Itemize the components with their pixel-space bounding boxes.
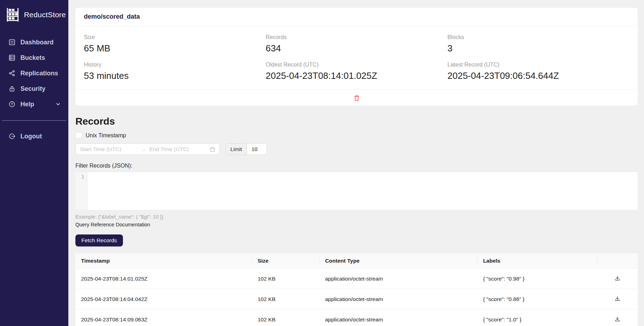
security-icon bbox=[8, 85, 16, 92]
limit-input-group: Limit bbox=[225, 143, 267, 155]
stat-label: History bbox=[84, 61, 266, 68]
sidebar-menu: Dashboard Buckets bbox=[0, 35, 68, 112]
cell-size: 102 KB bbox=[252, 309, 320, 326]
stat-value: 3 bbox=[447, 43, 629, 54]
stat-value: 53 minutes bbox=[84, 70, 266, 82]
filter-example-text: Example: {"&label_name": { "$gt": 10 }} bbox=[75, 214, 638, 220]
query-reference-link[interactable]: Query Reference Documentation bbox=[75, 222, 150, 227]
sidebar-item-label: Help bbox=[20, 101, 34, 108]
end-time-input[interactable] bbox=[149, 146, 210, 152]
cell-content-type: application/octet-stream bbox=[320, 289, 477, 309]
delete-entry-button[interactable] bbox=[354, 95, 360, 101]
col-size: Size bbox=[252, 253, 320, 269]
col-labels: Labels bbox=[477, 253, 597, 269]
stat-latest-record: Latest Record (UTC) 2025-04-23T09:06:54.… bbox=[447, 61, 629, 82]
col-actions bbox=[597, 253, 638, 269]
col-timestamp: Timestamp bbox=[75, 253, 252, 269]
col-content-type: Content Type bbox=[320, 253, 477, 269]
records-heading: Records bbox=[75, 115, 638, 127]
stat-label: Size bbox=[84, 34, 266, 41]
download-icon bbox=[614, 275, 620, 281]
limit-label: Limit bbox=[226, 144, 247, 155]
sidebar-item-logout[interactable]: Logout bbox=[0, 128, 68, 144]
chevron-down-icon bbox=[56, 102, 61, 107]
download-record-button[interactable] bbox=[614, 295, 621, 302]
sidebar-item-help[interactable]: ? Help bbox=[0, 96, 68, 112]
sidebar-item-label: Security bbox=[20, 85, 45, 93]
trash-icon bbox=[354, 95, 360, 101]
sidebar-item-buckets[interactable]: Buckets bbox=[0, 50, 68, 65]
unix-timestamp-option[interactable]: Unix Timestamp bbox=[75, 132, 126, 139]
svg-text:?: ? bbox=[11, 102, 13, 106]
sidebar-item-label: Replications bbox=[20, 70, 58, 77]
cell-content-type: application/octet-stream bbox=[320, 309, 477, 326]
filter-records-label: Filter Records (JSON): bbox=[75, 163, 638, 169]
editor-content[interactable] bbox=[87, 172, 638, 210]
logo: ReductStore bbox=[0, 0, 68, 29]
cell-size: 102 KB bbox=[252, 289, 320, 309]
limit-input[interactable] bbox=[247, 144, 267, 155]
bucket-info-card: demo/scored_data Size 65 MB Records 634 … bbox=[75, 8, 638, 106]
download-icon bbox=[614, 316, 620, 322]
cell-timestamp: 2025-04-23T08:14:04.042Z bbox=[75, 289, 252, 309]
records-table: Timestamp Size Content Type Labels 2025-… bbox=[75, 253, 638, 326]
cell-labels: { "score": "0.86" } bbox=[477, 289, 597, 309]
logout-icon bbox=[8, 133, 16, 140]
main-content: demo/scored_data Size 65 MB Records 634 … bbox=[68, 0, 644, 326]
sidebar-item-label: Dashboard bbox=[20, 39, 54, 46]
stat-value: 2025-04-23T08:14:01.025Z bbox=[266, 70, 447, 82]
stat-size: Size 65 MB bbox=[84, 34, 266, 54]
records-table-body: 2025-04-23T08:14:01.025Z102 KBapplicatio… bbox=[75, 269, 638, 326]
calendar-icon bbox=[210, 146, 215, 152]
download-icon bbox=[614, 296, 620, 302]
fetch-records-button[interactable]: Fetch Records bbox=[75, 234, 123, 246]
stat-value: 2025-04-23T09:06:54.644Z bbox=[447, 70, 629, 82]
stat-blocks: Blocks 3 bbox=[447, 34, 629, 54]
sidebar-divider bbox=[2, 120, 66, 121]
stat-records: Records 634 bbox=[266, 34, 447, 54]
table-row: 2025-04-23T08:14:09.063Z102 KBapplicatio… bbox=[75, 309, 638, 326]
buckets-icon bbox=[8, 54, 16, 61]
filter-json-editor[interactable]: 1 bbox=[75, 172, 638, 210]
download-record-button[interactable] bbox=[614, 275, 621, 282]
sidebar-item-label: Logout bbox=[20, 133, 42, 140]
cell-content-type: application/octet-stream bbox=[320, 269, 477, 289]
download-record-button[interactable] bbox=[614, 315, 621, 323]
sidebar-item-replications[interactable]: Replications bbox=[0, 65, 68, 81]
sidebar-item-security[interactable]: Security bbox=[0, 81, 68, 96]
table-row: 2025-04-23T08:14:01.025Z102 KBapplicatio… bbox=[75, 269, 638, 289]
dashboard-icon bbox=[8, 39, 16, 46]
unix-timestamp-label: Unix Timestamp bbox=[86, 132, 126, 139]
bucket-title: demo/scored_data bbox=[84, 13, 140, 20]
stat-oldest-record: Oldest Record (UTC) 2025-04-23T08:14:01.… bbox=[266, 61, 447, 82]
editor-line-number: 1 bbox=[81, 174, 84, 180]
cell-actions bbox=[597, 269, 638, 289]
stat-label: Blocks bbox=[447, 34, 629, 41]
unix-timestamp-checkbox[interactable] bbox=[75, 132, 82, 139]
reductstore-logo-icon bbox=[5, 7, 20, 23]
stat-label: Records bbox=[266, 34, 447, 41]
stat-value: 634 bbox=[266, 43, 447, 54]
stat-label: Oldest Record (UTC) bbox=[266, 61, 447, 68]
cell-timestamp: 2025-04-23T08:14:01.025Z bbox=[75, 269, 252, 289]
logo-text: ReductStore bbox=[24, 11, 66, 19]
stat-history: History 53 minutes bbox=[84, 61, 266, 82]
time-range-picker[interactable]: → bbox=[75, 143, 220, 155]
table-row: 2025-04-23T08:14:04.042Z102 KBapplicatio… bbox=[75, 289, 638, 309]
stat-label: Latest Record (UTC) bbox=[447, 61, 629, 68]
cell-labels: { "score": "0.98" } bbox=[477, 269, 597, 289]
cell-labels: { "score": "1.0" } bbox=[477, 309, 597, 326]
replications-icon bbox=[8, 70, 16, 77]
help-icon: ? bbox=[8, 101, 16, 108]
cell-actions bbox=[597, 289, 638, 309]
start-time-input[interactable] bbox=[80, 146, 140, 152]
range-arrow-icon: → bbox=[140, 146, 149, 152]
stat-value: 65 MB bbox=[84, 43, 266, 54]
table-header-row: Timestamp Size Content Type Labels bbox=[75, 253, 638, 269]
cell-actions bbox=[597, 309, 638, 326]
sidebar-item-dashboard[interactable]: Dashboard bbox=[0, 35, 68, 50]
sidebar-item-label: Buckets bbox=[20, 54, 45, 62]
cell-size: 102 KB bbox=[252, 269, 320, 289]
cell-timestamp: 2025-04-23T08:14:09.063Z bbox=[75, 309, 252, 326]
sidebar: ReductStore Dashboard bbox=[0, 0, 68, 326]
